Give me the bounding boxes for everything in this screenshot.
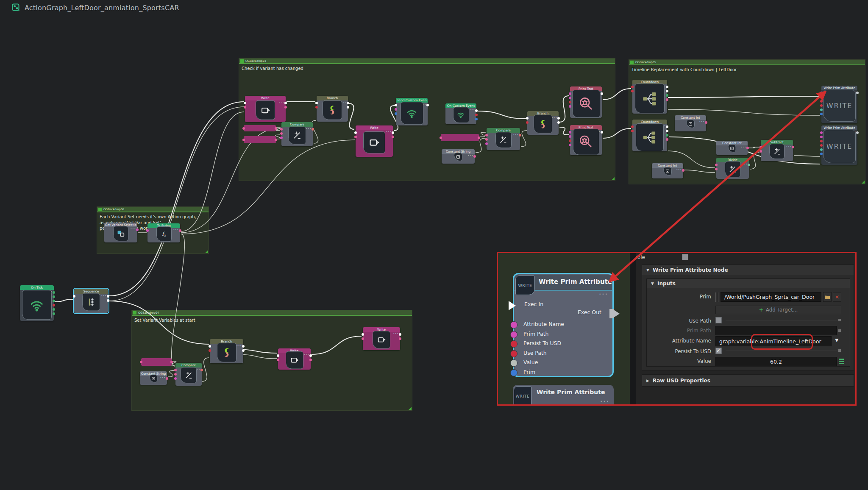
output-port[interactable] bbox=[179, 229, 181, 232]
output-port[interactable] bbox=[392, 131, 394, 134]
node-section-header[interactable]: ▼ Write Prim Attribute Node bbox=[642, 265, 854, 275]
node-compare-a[interactable]: Compare ••• bbox=[281, 122, 313, 146]
input-port[interactable] bbox=[174, 377, 177, 380]
node-branch-d[interactable]: Branch ••• bbox=[210, 339, 243, 363]
persist-checkbox[interactable] bbox=[715, 348, 722, 354]
input-port[interactable] bbox=[631, 130, 634, 132]
output-port[interactable] bbox=[53, 304, 55, 306]
attribute-dropdown-arrow[interactable]: ▼ bbox=[835, 337, 838, 343]
output-port[interactable] bbox=[312, 128, 314, 131]
output-port[interactable] bbox=[746, 147, 749, 149]
input-port[interactable] bbox=[280, 132, 283, 135]
output-port[interactable] bbox=[284, 102, 287, 104]
output-port[interactable] bbox=[136, 228, 139, 231]
prim-browse-button[interactable] bbox=[823, 292, 832, 302]
output-port[interactable] bbox=[309, 359, 312, 361]
node-constint2[interactable]: Constant Int ••• bbox=[652, 163, 683, 178]
input-port[interactable] bbox=[820, 153, 823, 155]
input-port[interactable] bbox=[73, 295, 75, 298]
panel-graph-view[interactable]: WRITE Write Prim Attribute ••• Exec In E… bbox=[497, 252, 630, 406]
output-port[interactable] bbox=[347, 106, 349, 109]
write-prim-attribute-node-2[interactable]: WRITE Write Prim Attribute ••• bbox=[513, 385, 614, 406]
node-options-dots[interactable]: ••• bbox=[600, 399, 609, 404]
node-constint1[interactable]: Constant Int ••• bbox=[675, 115, 706, 131]
node-write-d2[interactable]: Write ••• bbox=[363, 327, 400, 350]
node-getvar[interactable]: Get Variant Selection ••• bbox=[104, 223, 137, 242]
collapsed-node-bar[interactable] bbox=[141, 358, 172, 366]
instanceable-checkbox[interactable] bbox=[682, 254, 688, 260]
output-port[interactable] bbox=[666, 90, 668, 92]
input-port[interactable] bbox=[174, 369, 177, 371]
node-compare-d[interactable]: Compare ••• bbox=[175, 363, 202, 386]
output-port[interactable] bbox=[200, 369, 203, 371]
output-port[interactable] bbox=[53, 295, 55, 298]
node-conststr-d[interactable]: Constant String ••• bbox=[140, 371, 167, 385]
input-port[interactable] bbox=[395, 112, 397, 115]
input-port[interactable] bbox=[395, 108, 397, 111]
output-port[interactable] bbox=[426, 104, 429, 106]
input-port[interactable] bbox=[362, 333, 364, 336]
input-port[interactable] bbox=[820, 100, 823, 103]
persist-reset[interactable] bbox=[838, 349, 841, 352]
output-port[interactable] bbox=[601, 131, 603, 134]
input-port[interactable] bbox=[244, 106, 246, 109]
output-port[interactable] bbox=[601, 92, 603, 95]
input-port[interactable] bbox=[820, 109, 823, 111]
input-port[interactable] bbox=[569, 131, 571, 134]
input-port[interactable] bbox=[209, 345, 211, 348]
input-port[interactable] bbox=[280, 136, 283, 139]
exec-in-port[interactable] bbox=[509, 301, 516, 310]
input-port[interactable] bbox=[820, 144, 823, 147]
output-port[interactable] bbox=[666, 98, 668, 101]
output-port[interactable] bbox=[53, 300, 55, 302]
input-port[interactable] bbox=[569, 135, 571, 138]
input-port[interactable] bbox=[485, 142, 488, 145]
persist-to-usd-port[interactable] bbox=[510, 340, 517, 348]
value-port[interactable] bbox=[510, 359, 517, 367]
node-subtract[interactable]: Subtract ••• bbox=[761, 140, 793, 161]
input-port[interactable] bbox=[715, 164, 718, 166]
output-port[interactable] bbox=[309, 354, 312, 357]
input-port[interactable] bbox=[354, 136, 357, 138]
input-port[interactable] bbox=[820, 113, 823, 115]
input-port[interactable] bbox=[277, 354, 279, 357]
use-path-port[interactable] bbox=[510, 350, 517, 357]
input-port[interactable] bbox=[820, 96, 823, 98]
input-port[interactable] bbox=[526, 117, 529, 120]
attribute-name-field[interactable]: graph:variable:AnimTimeline_LeftDoor bbox=[715, 336, 832, 346]
output-port[interactable] bbox=[53, 312, 55, 315]
output-port[interactable] bbox=[53, 291, 55, 294]
collapsed-node-bar[interactable] bbox=[244, 136, 276, 143]
input-port[interactable] bbox=[569, 144, 571, 146]
output-port[interactable] bbox=[666, 134, 668, 136]
input-port[interactable] bbox=[209, 349, 211, 352]
exec-out-port[interactable] bbox=[612, 309, 620, 318]
inputs-section-header[interactable]: ▼ Inputs bbox=[647, 279, 850, 288]
node-write-a1[interactable]: Write ••• bbox=[245, 96, 286, 122]
output-port[interactable] bbox=[473, 155, 476, 158]
input-port[interactable] bbox=[569, 139, 571, 142]
node-on-event[interactable]: On Custom Event ••• bbox=[445, 103, 476, 124]
input-port[interactable] bbox=[277, 359, 279, 361]
node-on-tick[interactable]: On Tick ••• bbox=[20, 285, 54, 321]
input-port[interactable] bbox=[760, 146, 762, 148]
input-port[interactable] bbox=[631, 90, 634, 92]
output-port[interactable] bbox=[107, 299, 109, 302]
output-port[interactable] bbox=[242, 345, 245, 348]
input-port[interactable] bbox=[485, 138, 488, 141]
output-port[interactable] bbox=[557, 121, 560, 124]
prim-path-field[interactable]: /World/PushGraph_Sprts_car_Door bbox=[721, 292, 821, 302]
output-port[interactable] bbox=[107, 295, 109, 298]
output-port[interactable] bbox=[792, 146, 794, 148]
output-port[interactable] bbox=[475, 118, 478, 120]
node-compare-a2[interactable]: Compare ••• bbox=[487, 128, 520, 150]
node-print2[interactable]: Print Text ••• bbox=[570, 125, 602, 155]
input-port[interactable] bbox=[569, 105, 571, 108]
input-port[interactable] bbox=[569, 97, 571, 99]
node-print1[interactable]: Print Text ••• bbox=[570, 86, 602, 118]
node-tostring[interactable]: To String ••• f x bbox=[147, 223, 180, 242]
collapsed-node-bar[interactable] bbox=[244, 125, 276, 131]
output-port[interactable] bbox=[519, 134, 521, 136]
input-port[interactable] bbox=[315, 106, 318, 109]
output-port[interactable] bbox=[682, 169, 684, 172]
